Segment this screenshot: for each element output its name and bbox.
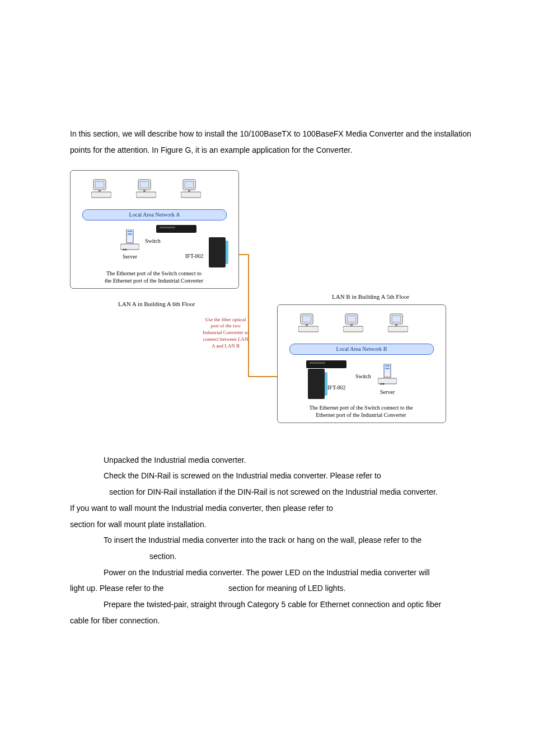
svg-rect-24 (343, 326, 363, 332)
fiber-text: Use the fiber optical port of the two In… (192, 317, 259, 349)
svg-rect-20 (298, 326, 318, 332)
step-1: Unpacked the Industrial media converter. (70, 452, 472, 468)
svg-rect-7 (143, 190, 146, 192)
lan-a-bar: Local Area Network A (82, 209, 227, 220)
fiber-l4: connect between LAN (203, 336, 249, 342)
pc-icon (388, 313, 408, 334)
box-a-caption-l2: the Ethernet port of the Industrial Conv… (105, 278, 203, 284)
fiber-l1: Use the fiber optical (205, 317, 246, 322)
svg-rect-19 (302, 316, 311, 322)
server-label: Server (380, 386, 395, 398)
svg-rect-15 (120, 244, 139, 250)
svg-point-35 (383, 383, 385, 384)
step-2a: Check the DIN-Rail is screwed on the Ind… (70, 468, 472, 484)
ift-icon (209, 237, 226, 267)
step-4a: Power on the Industrial media converter.… (70, 565, 472, 581)
svg-rect-13 (128, 231, 132, 232)
pc-icon (181, 179, 201, 200)
intro-paragraph: In this section, we will describe how to… (70, 126, 472, 159)
ift-icon (308, 369, 325, 399)
svg-rect-21 (306, 324, 308, 326)
step-5a: Prepare the twisted-pair, straight throu… (70, 597, 472, 613)
steps: Unpacked the Industrial media converter.… (70, 452, 472, 629)
svg-rect-9 (185, 181, 194, 188)
svg-rect-29 (395, 324, 397, 326)
svg-rect-25 (350, 324, 353, 326)
step-4b: light up. Please refer to the section fo… (70, 580, 472, 597)
switch-icon (156, 225, 196, 233)
svg-rect-6 (136, 192, 156, 198)
server-icon (378, 364, 397, 385)
svg-rect-10 (181, 192, 201, 198)
server-icon (120, 229, 139, 251)
diagram: Local Area Network A Switch Server IFT-8… (70, 170, 446, 439)
step-2c: If you want to wall mount the Industrial… (70, 500, 472, 516)
box-b-caption-l1: The Ethernet port of the Switch connect … (310, 405, 413, 411)
step-5b: cable for fiber connection. (70, 613, 472, 629)
svg-rect-14 (128, 233, 132, 235)
fiber-line-v (248, 254, 249, 377)
svg-point-34 (381, 383, 382, 384)
svg-rect-2 (91, 192, 111, 198)
lan-b-caption: LAN B in Building A 5th Floor (332, 290, 409, 303)
ift-label: IFT-802 (185, 250, 203, 262)
box-b-caption: The Ethernet port of the Switch connect … (283, 404, 439, 419)
svg-rect-32 (385, 368, 390, 369)
svg-rect-27 (392, 316, 401, 322)
fiber-l2: port of the two (210, 323, 240, 328)
page: In this section, we will describe how to… (0, 0, 534, 756)
svg-rect-28 (388, 326, 408, 332)
pc-icon (91, 179, 111, 200)
pc-icon (343, 313, 363, 334)
step-4b-b: section for meaning of LED lights. (228, 584, 345, 593)
svg-rect-33 (378, 378, 397, 384)
pc-icon (298, 313, 318, 334)
step-2d: section for wall mount plate installatio… (70, 516, 472, 533)
step-4b-a: light up. Please refer to the (70, 584, 163, 593)
svg-rect-5 (140, 181, 149, 188)
switch-label: Switch (355, 370, 371, 382)
svg-rect-3 (99, 190, 101, 192)
svg-rect-11 (188, 190, 190, 192)
figure-wrap: Local Area Network A Switch Server IFT-8… (70, 169, 472, 439)
fiber-l5: A and LAN B (212, 343, 240, 349)
switch-label: Switch (145, 235, 161, 247)
svg-rect-1 (95, 181, 104, 188)
pc-icon (136, 179, 156, 200)
ift-label: IFT-802 (327, 382, 345, 393)
step-3b: section. (70, 548, 472, 565)
svg-rect-23 (347, 316, 356, 322)
box-a-caption: The Ethernet port of the Switch connect … (76, 270, 232, 284)
svg-rect-31 (385, 365, 390, 367)
step-2b: section for DIN-Rail installation if the… (70, 484, 472, 500)
server-label: Server (123, 251, 137, 262)
box-a-caption-l1: The Ethernet port of the Switch connect … (106, 270, 202, 276)
box-b-caption-l2: Ethernet port of the Industrial Converte… (316, 412, 406, 418)
lan-a-caption: LAN A in Building A 6th Floor (118, 298, 195, 311)
step-3a: To insert the Industrial media converter… (70, 532, 472, 548)
fiber-l3: Industrial Converter to (203, 330, 249, 335)
switch-icon (306, 360, 346, 368)
lan-b-bar: Local Area Network B (289, 344, 434, 355)
